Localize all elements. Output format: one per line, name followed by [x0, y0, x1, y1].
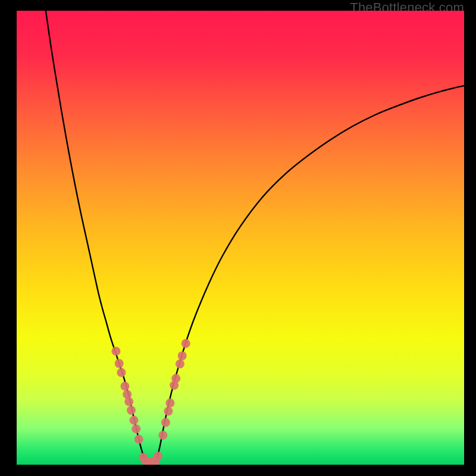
series-right-branch: [156, 86, 464, 461]
marker-point: [120, 382, 129, 391]
marker-point: [117, 368, 126, 377]
marker-point: [115, 359, 124, 368]
marker-point: [131, 424, 140, 433]
marker-point: [164, 406, 173, 415]
marker-point: [130, 416, 139, 425]
marker-point: [124, 397, 133, 406]
marker-point: [111, 347, 120, 356]
marker-point: [165, 399, 174, 408]
marker-point: [158, 431, 167, 440]
marker-point: [154, 452, 162, 461]
marker-group: [111, 339, 190, 465]
marker-point: [176, 359, 184, 368]
marker-point: [134, 435, 143, 444]
marker-point: [181, 339, 190, 348]
marker-point: [178, 351, 187, 360]
chart-frame: TheBottleneck.com: [0, 0, 476, 476]
curve-group: [46, 11, 464, 464]
marker-point: [127, 406, 136, 415]
marker-point: [171, 374, 180, 383]
chart-svg: [17, 11, 464, 465]
plot-area: [17, 11, 464, 465]
marker-point: [161, 418, 170, 427]
